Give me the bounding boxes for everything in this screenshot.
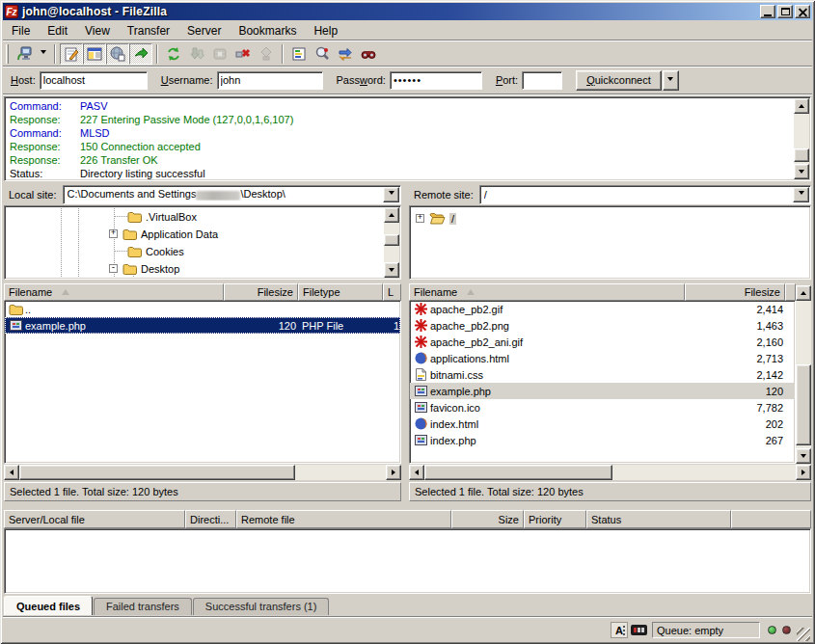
scroll-up-button[interactable] — [384, 207, 399, 223]
cancel-button[interactable] — [208, 43, 231, 65]
local-tree-scrollbar[interactable] — [384, 207, 399, 278]
column-header-server-local-file[interactable]: Server/Local file — [4, 510, 185, 528]
chevron-down-icon — [799, 191, 804, 198]
column-header-size[interactable]: Size — [451, 510, 524, 528]
quickconnect-dropdown-button[interactable] — [663, 70, 679, 91]
speed-limit-icon[interactable] — [631, 625, 647, 635]
scroll-thumb[interactable] — [19, 465, 295, 480]
minimize-button[interactable] — [760, 5, 775, 18]
scroll-left-button[interactable] — [4, 465, 19, 480]
scroll-down-button[interactable] — [384, 262, 399, 278]
quickconnect-button[interactable]: Quickconnect — [576, 70, 662, 91]
host-input[interactable] — [40, 71, 148, 90]
scroll-left-button[interactable] — [409, 465, 424, 480]
port-input[interactable] — [522, 71, 562, 90]
expand-icon[interactable]: + — [109, 229, 118, 238]
remote-list-scrollbar[interactable] — [796, 285, 811, 464]
toggle-message-log-button[interactable] — [60, 43, 83, 65]
menu-transfer[interactable]: Transfer — [119, 22, 178, 40]
column-header-direction[interactable]: Directi... — [185, 510, 236, 528]
site-manager-button[interactable] — [13, 43, 36, 65]
expand-icon[interactable]: + — [416, 214, 424, 223]
find-files-button[interactable] — [357, 43, 380, 65]
tree-item-cookies[interactable]: Cookies — [127, 243, 184, 259]
synchronized-browsing-button[interactable] — [334, 43, 357, 65]
log-line: Response:227 Entering Passive Mode (127,… — [7, 113, 793, 126]
log-scrollbar[interactable] — [794, 98, 809, 179]
file-row[interactable]: index.php 267 — [410, 432, 795, 448]
remote-list-hscrollbar[interactable] — [409, 465, 811, 480]
scroll-up-button[interactable] — [796, 285, 811, 301]
file-row[interactable]: applications.html 2,713 — [410, 350, 795, 366]
resize-grip[interactable] — [797, 628, 810, 641]
column-header-filename[interactable]: Filename — [409, 283, 685, 301]
local-file-list: .. example.php 120 PHP File 1 — [4, 301, 401, 464]
site-manager-dropdown-button[interactable] — [36, 43, 50, 65]
column-header-filename[interactable]: Filename — [4, 283, 224, 301]
tree-item-application-data[interactable]: + Application Data — [109, 226, 218, 242]
file-row-example-php[interactable]: example.php 120 PHP File 1 — [5, 317, 400, 334]
remote-site-combobox[interactable]: / — [479, 185, 811, 204]
toolbar-grip[interactable] — [6, 44, 9, 64]
menu-file[interactable]: File — [3, 22, 39, 40]
column-header-filesize[interactable]: Filesize — [685, 283, 785, 301]
remote-path: / — [484, 189, 793, 201]
column-header-status[interactable]: Status — [586, 510, 731, 528]
toggle-local-tree-button[interactable] — [83, 43, 106, 65]
scroll-up-button[interactable] — [794, 98, 809, 114]
tab-successful-transfers[interactable]: Successful transfers (1) — [193, 598, 330, 615]
column-header-filetype[interactable]: Filetype — [298, 283, 383, 301]
scroll-right-button[interactable] — [386, 465, 401, 480]
password-input[interactable] — [390, 71, 482, 90]
menu-edit[interactable]: Edit — [39, 22, 76, 40]
menu-server[interactable]: Server — [178, 22, 230, 40]
column-header-filler — [785, 283, 796, 301]
scroll-thumb[interactable] — [424, 465, 612, 480]
column-header-priority[interactable]: Priority — [524, 510, 586, 528]
file-row-example-php[interactable]: example.php 120 — [410, 383, 795, 399]
tree-item-virtualbox[interactable]: .VirtualBox — [127, 208, 197, 225]
process-queue-button[interactable] — [185, 43, 208, 65]
maximize-button[interactable] — [777, 5, 793, 18]
transfer-type-indicator-icon[interactable]: A — [611, 622, 628, 638]
scroll-down-button[interactable] — [794, 164, 809, 179]
disconnect-button[interactable] — [231, 43, 255, 65]
column-header-remote-file[interactable]: Remote file — [236, 510, 451, 528]
column-header-lastmodified[interactable]: L — [383, 283, 401, 301]
local-site-combobox[interactable]: C:\Documents and Settings\Desktop\ — [63, 185, 401, 204]
refresh-button[interactable] — [162, 43, 185, 65]
arrow-right-icon — [392, 470, 398, 475]
file-row[interactable]: apache_pb2.png 1,463 — [410, 317, 795, 334]
menu-view[interactable]: View — [76, 22, 119, 40]
toggle-remote-tree-button[interactable] — [106, 43, 129, 65]
toggle-transfer-queue-button[interactable] — [129, 43, 152, 65]
tab-queued-files[interactable]: Queued files — [4, 596, 93, 615]
file-row-parent[interactable]: .. — [5, 301, 400, 317]
scroll-thumb[interactable] — [384, 234, 399, 246]
collapse-icon[interactable]: - — [109, 264, 118, 273]
file-row[interactable]: apache_pb2_ani.gif 2,160 — [410, 334, 795, 350]
tree-item-desktop[interactable]: - Desktop — [109, 260, 179, 277]
image-file-icon — [413, 303, 428, 315]
reconnect-button[interactable] — [255, 43, 278, 65]
scroll-thumb[interactable] — [794, 148, 809, 162]
remote-site-dropdown-button[interactable] — [793, 187, 809, 202]
username-input[interactable] — [217, 71, 323, 90]
file-row[interactable]: bitnami.css 2,142 — [410, 366, 795, 383]
close-button[interactable] — [795, 5, 810, 18]
directory-filters-button[interactable] — [287, 43, 311, 65]
tab-failed-transfers[interactable]: Failed transfers — [94, 598, 192, 615]
scroll-thumb[interactable] — [796, 364, 811, 445]
scroll-down-button[interactable] — [796, 448, 811, 464]
local-list-hscrollbar[interactable] — [4, 465, 401, 480]
column-header-filesize[interactable]: Filesize — [224, 283, 298, 301]
file-row[interactable]: favicon.ico 7,782 — [410, 399, 795, 416]
local-site-dropdown-button[interactable] — [383, 187, 399, 202]
scroll-right-button[interactable] — [796, 465, 811, 480]
menu-help[interactable]: Help — [305, 22, 346, 40]
file-row[interactable]: apache_pb2.gif 2,414 — [410, 301, 795, 317]
menu-bookmarks[interactable]: Bookmarks — [230, 22, 305, 40]
file-row[interactable]: index.html 202 — [410, 416, 795, 432]
tree-item-root[interactable]: + / — [416, 210, 456, 227]
compare-directories-button[interactable] — [311, 43, 334, 65]
